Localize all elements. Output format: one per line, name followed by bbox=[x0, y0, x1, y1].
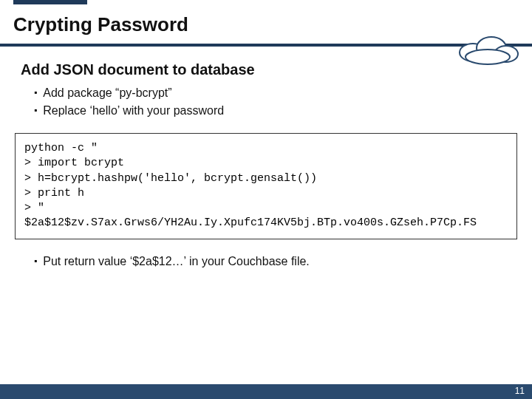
cloud-icon bbox=[451, 29, 525, 66]
slide-title: Crypting Password bbox=[13, 13, 519, 36]
code-line: $2a$12$zv.S7ax.Grws6/YH2Au.Iy.Xpufc174KV… bbox=[24, 216, 477, 229]
bullet-item: Replace ‘hello’ with your password bbox=[34, 102, 511, 120]
page-number: 11 bbox=[515, 386, 525, 396]
code-line: python -c " bbox=[24, 142, 98, 154]
code-line: > print h bbox=[24, 187, 84, 200]
bullet-list: Add package “py-bcrypt” Replace ‘hello’ … bbox=[0, 84, 532, 120]
bullet-item: Put return value ‘$2a$12…’ in your Couch… bbox=[34, 253, 511, 270]
title-underline bbox=[0, 42, 532, 48]
post-bullet-list: Put return value ‘$2a$12…’ in your Couch… bbox=[0, 247, 532, 270]
bullet-item: Add package “py-bcrypt” bbox=[34, 84, 511, 102]
footer-bar: 11 bbox=[0, 384, 532, 399]
code-block: python -c " > import bcrypt > h=bcrypt.h… bbox=[15, 133, 517, 239]
code-line: > " bbox=[24, 202, 44, 214]
svg-point-3 bbox=[466, 50, 510, 64]
code-line: > import bcrypt bbox=[24, 157, 124, 169]
code-line: > h=bcrypt.hashpw('hello', bcrypt.gensal… bbox=[24, 172, 317, 185]
